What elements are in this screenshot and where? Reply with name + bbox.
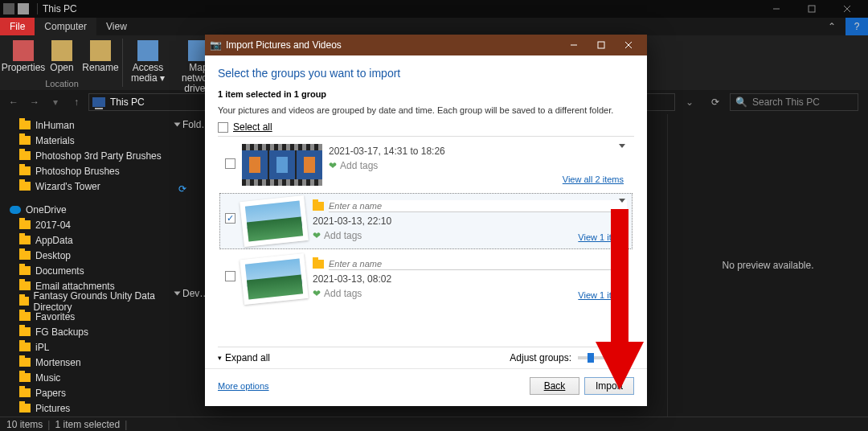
rename-button[interactable]: Rename [82, 39, 119, 75]
sidebar-item[interactable]: Music [2, 370, 167, 385]
address-dropdown-button[interactable]: ⌄ [678, 93, 701, 111]
group-checkbox[interactable] [225, 213, 235, 224]
properties-button[interactable]: Properties [5, 39, 42, 75]
add-tags-button[interactable]: ❤Add tags [329, 160, 627, 171]
tab-computer[interactable]: Computer [35, 18, 96, 35]
sidebar-item[interactable]: Desktop [2, 248, 167, 263]
sidebar-item-label: Photoshop 3rd Party Brushes [35, 150, 162, 162]
search-input[interactable]: 🔍 Search This PC [730, 93, 858, 111]
sidebar-item-label: Music [35, 372, 60, 384]
refresh-button[interactable]: ⟳ [704, 93, 727, 111]
adjust-groups-slider[interactable] [578, 356, 634, 359]
sidebar-item[interactable]: iPL [2, 339, 167, 355]
maximize-button[interactable] [794, 0, 829, 18]
cloud-icon [10, 206, 21, 214]
open-button[interactable]: Open [43, 39, 80, 75]
group-dropdown-icon[interactable] [619, 144, 625, 148]
group-dropdown-icon[interactable] [619, 199, 625, 203]
sidebar-item[interactable]: Photoshop 3rd Party Brushes [2, 148, 167, 163]
dialog-subtext1: 1 item selected in 1 group [218, 89, 634, 99]
group-date: 2021-03-13, 08:02 [313, 273, 627, 285]
sidebar-item[interactable]: AppData [2, 232, 167, 248]
view-items-link[interactable]: View 1 item [578, 232, 624, 242]
more-options-link[interactable]: More options [218, 381, 269, 391]
tab-file[interactable]: File [0, 18, 35, 35]
sidebar-item[interactable]: Materials [2, 133, 167, 148]
folder-icon [19, 182, 31, 191]
sidebar-item[interactable]: InHuman [2, 117, 167, 133]
view-items-link[interactable]: View 1 item [578, 290, 624, 300]
group-dropdown-icon[interactable] [619, 257, 625, 261]
sidebar-item-label: iPL [35, 342, 49, 353]
select-all-checkbox[interactable] [218, 122, 228, 133]
sidebar-item[interactable]: Photoshop Brushes [2, 163, 167, 179]
sidebar-item-label: Fantasy Grounds Unity Data Directory [34, 290, 168, 313]
svg-rect-1 [809, 6, 815, 12]
preview-text: No preview available. [722, 260, 813, 271]
photo-thumbnail [240, 253, 308, 305]
sidebar-item[interactable]: Mortensen [2, 355, 167, 370]
import-group[interactable]: 2021-03-13, 22:10❤Add tagsView 1 item [219, 193, 633, 249]
add-tags-label: Add tags [324, 230, 362, 241]
access-media-button[interactable]: Access media ▾ [126, 39, 170, 96]
nav-up-button[interactable]: ↑ [68, 93, 85, 111]
folder-icon [19, 327, 31, 336]
tab-view[interactable]: View [96, 18, 137, 35]
nav-back-button[interactable]: ← [5, 93, 23, 111]
minimize-button[interactable] [759, 0, 794, 18]
sidebar-item-label: Materials [35, 135, 75, 146]
dialog-minimize-button[interactable] [560, 35, 588, 55]
nav-sidebar: InHumanMaterialsPhotoshop 3rd Party Brus… [0, 114, 169, 417]
group-checkbox[interactable] [225, 158, 235, 169]
group-name-input[interactable] [329, 258, 627, 270]
folder-icon [19, 166, 31, 175]
import-group[interactable]: 2021-03-13, 08:02❤Add tagsView 1 item [219, 251, 633, 307]
sidebar-item-label: Documents [35, 265, 84, 277]
folder-icon [19, 281, 31, 290]
sidebar-item[interactable]: Papers [2, 385, 167, 400]
back-button[interactable]: Back [530, 377, 579, 395]
add-tags-label: Add tags [340, 160, 378, 171]
sidebar-item-label: Desktop [35, 250, 71, 261]
quickaccess-icon [18, 3, 29, 14]
select-all-label[interactable]: Select all [233, 121, 272, 133]
open-label: Open [50, 63, 73, 73]
sidebar-item-label: Pictures [35, 403, 70, 414]
sidebar-item[interactable]: Public [2, 416, 167, 417]
dialog-title: Import Pictures and Videos [226, 39, 342, 51]
ribbon-tabstrip: File Computer View ⌃ ? [0, 18, 868, 35]
folder-icon [313, 202, 324, 211]
close-button[interactable] [829, 0, 865, 18]
dialog-close-button[interactable] [615, 35, 642, 55]
sidebar-item[interactable]: 2017-04 [2, 217, 167, 232]
dialog-maximize-button[interactable] [588, 35, 615, 55]
folder-icon [19, 121, 31, 129]
properties-label: Properties [2, 63, 46, 73]
sidebar-item[interactable]: FG Backups [2, 324, 167, 339]
folder-icon [19, 220, 31, 229]
explorer-icon [3, 3, 14, 14]
folder-icon [19, 358, 31, 367]
sidebar-onedrive[interactable]: OneDrive [2, 202, 167, 217]
nav-recent-button[interactable]: ▾ [47, 93, 64, 111]
content-refresh-icon[interactable]: ⟳ [178, 183, 186, 195]
sidebar-item[interactable]: Pictures [2, 400, 167, 416]
group-date: 2021-03-13, 22:10 [313, 216, 627, 227]
sidebar-item[interactable]: Documents [2, 263, 167, 278]
expand-all-button[interactable]: ▾Expand all [218, 352, 270, 363]
rename-label: Rename [82, 63, 118, 73]
sidebar-item[interactable]: Fantasy Grounds Unity Data Directory [2, 293, 167, 309]
group-checkbox[interactable] [225, 271, 235, 281]
chevron-down-icon [174, 123, 181, 127]
window-titlebar: This PC [0, 0, 868, 18]
collapse-ribbon-button[interactable]: ⌃ [818, 18, 845, 35]
group-name-input[interactable] [329, 200, 627, 212]
sidebar-item[interactable]: Wizard's Tower [2, 179, 167, 194]
help-button[interactable]: ? [845, 18, 868, 35]
view-items-link[interactable]: View all 2 items [563, 174, 624, 184]
import-button[interactable]: Import [584, 377, 634, 395]
nav-forward-button[interactable]: → [26, 93, 43, 111]
sidebar-item-label: Favorites [35, 311, 75, 322]
import-group[interactable]: 2021-03-17, 14:31 to 18:26❤Add tagsView … [219, 138, 633, 191]
window-title: This PC [43, 3, 77, 14]
